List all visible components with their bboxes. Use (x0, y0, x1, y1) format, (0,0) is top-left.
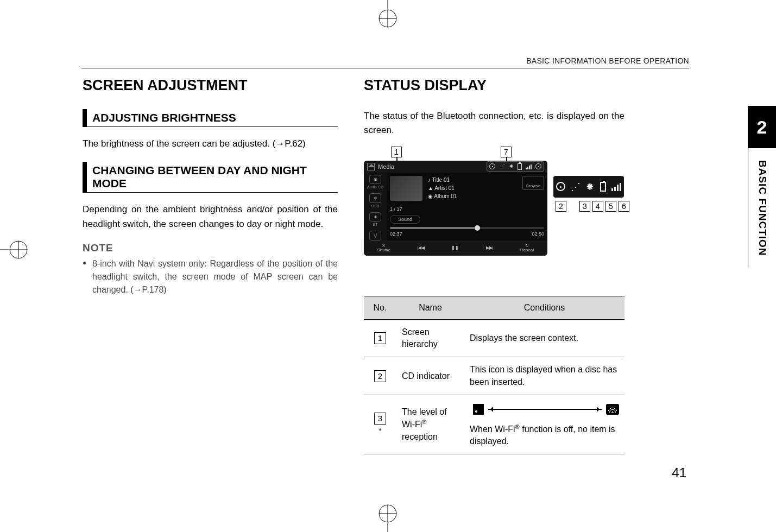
table-row: 3 * The level of Wi-Fi® reception When W… (364, 395, 624, 454)
row-no: 2 (374, 370, 386, 382)
table-row: 2 CD indicator This icon is displayed wh… (364, 357, 624, 395)
row-no-suffix: * (378, 427, 381, 435)
header-rule (81, 68, 689, 68)
browse-button: Browse (522, 176, 544, 190)
media-screenshot: Media ⋰ ⁕ ◉ Audio CD ψ USB ∗ (364, 161, 547, 256)
table-row: 1 Screen hierarchy Displays the screen c… (364, 319, 624, 357)
row-name: Screen hierarchy (396, 319, 464, 357)
status-bar-small: ⋰ ⁕ (487, 161, 544, 172)
page-number: 41 (672, 465, 686, 480)
callout-5: 5 (605, 201, 616, 212)
battery-icon (518, 163, 522, 170)
sidebar-audio-cd-label: Audio CD (367, 185, 383, 189)
time-total: 02:50 (532, 231, 544, 237)
table-head-no: No. (364, 296, 396, 319)
signal-bars-icon-large (611, 182, 621, 191)
callout-2: 2 (556, 201, 566, 212)
track-artist: ▲ Artist 01 (428, 184, 457, 192)
running-head: BASIC INFORMATION BEFORE OPERATION (526, 56, 689, 65)
wifi-strong-icon (606, 404, 619, 415)
row-no: 1 (374, 332, 386, 344)
sidebar-bt-label: BT (373, 223, 378, 226)
note-heading: NOTE (83, 242, 338, 254)
row-cond: This icon is displayed when a disc has b… (464, 357, 624, 395)
wifi-weak-icon (473, 404, 484, 415)
row-name: The level of Wi-Fi® reception (396, 395, 464, 454)
status-bar-enlarged: ⋰ ⁕ (553, 176, 624, 198)
sidebar-usb-icon: ψ (369, 193, 381, 203)
row-no: 3 (374, 413, 386, 425)
note-item: 8-inch with Navi system only: Regardless… (83, 257, 338, 296)
sidebar-bt-icon: ∗ (369, 212, 381, 222)
progress-bar (390, 227, 544, 229)
row-name: CD indicator (396, 357, 464, 395)
callout-4: 4 (592, 201, 603, 212)
signal-bars-icon (526, 164, 532, 169)
pause-button: ❚❚ (451, 246, 459, 250)
track-counter: 1 / 17 (390, 206, 402, 212)
body-status-intro: The status of the Bluetooth connection, … (364, 109, 624, 138)
row-cond: When Wi-Fi® function is off, no item is … (464, 395, 624, 454)
home-icon (367, 163, 375, 170)
status-figure: 1 7 Media ⋰ ⁕ (364, 149, 624, 265)
table-head-conditions: Conditions (464, 296, 624, 319)
breadcrumb: Media (378, 163, 394, 170)
callout-6: 6 (619, 201, 629, 212)
arrow-line (488, 409, 602, 410)
repeat-button: ↻Repeat (520, 244, 534, 252)
callout-7: 7 (501, 147, 512, 157)
prev-button: |◀◀ (417, 246, 425, 250)
sound-button: Sound (390, 215, 420, 224)
disc-icon (535, 163, 541, 169)
section-tab: BASIC FUNCTION (748, 148, 776, 268)
callout-1: 1 (391, 147, 402, 157)
chapter-tab: 2 (748, 106, 776, 148)
wifi-level-diagram (473, 404, 619, 415)
heading-screen-adjustment: SCREEN ADJUSTMENT (83, 77, 338, 94)
row-cond: Displays the screen context. (464, 319, 624, 357)
album-art (390, 176, 422, 201)
sidebar-usb-label: USB (371, 204, 379, 208)
sidebar-more-icon: ⋁ (369, 231, 381, 240)
battery-icon-large (600, 182, 606, 192)
sidebar-audio-cd-icon: ◉ (369, 175, 381, 185)
subheading-day-night-mode: CHANGING BETWEEN DAY AND NIGHT MODE (83, 162, 338, 193)
section-tab-label: BASIC FUNCTION (756, 160, 768, 256)
time-elapsed: 02:37 (390, 231, 402, 237)
track-album: ◉ Album 01 (428, 192, 457, 200)
cd-indicator-icon-large (556, 182, 565, 191)
cd-indicator-icon (489, 163, 495, 169)
status-table: No. Name Conditions 1 Screen hierarchy D… (364, 296, 624, 455)
subheading-adjusting-brightness: ADJUSTING BRIGHTNESS (83, 109, 338, 127)
wifi-icon: ⋰ (499, 163, 505, 170)
next-button: ▶▶| (486, 246, 494, 250)
shuffle-button: ⤨Shuffle (377, 244, 391, 252)
bluetooth-icon: ⁕ (509, 163, 514, 170)
body-day-night: Depending on the ambient brightness and/… (83, 202, 338, 231)
body-brightness: The brightness of the screen can be adju… (83, 137, 338, 151)
callout-3: 3 (579, 201, 590, 212)
wifi-icon-large: ⋰ (571, 181, 581, 193)
track-title: ♪ Title 01 (428, 176, 457, 184)
bluetooth-icon-large: ⁕ (585, 180, 595, 193)
heading-status-display: STATUS DISPLAY (364, 77, 624, 94)
table-head-name: Name (396, 296, 464, 319)
